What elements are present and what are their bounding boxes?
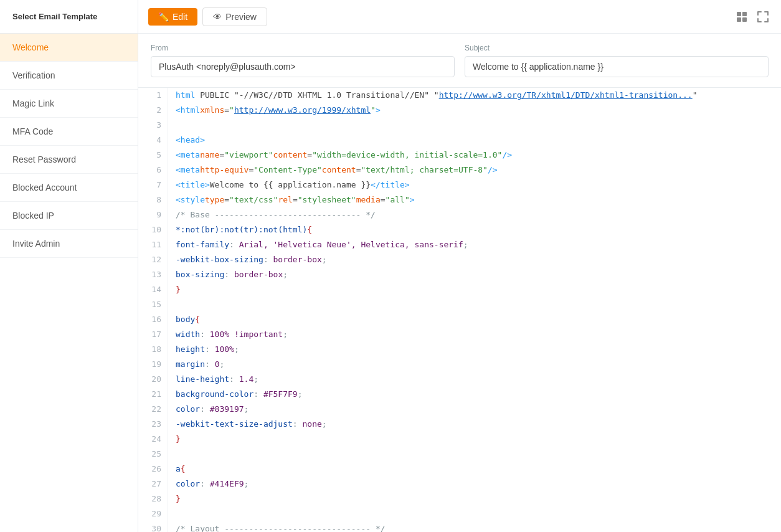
line-number: 17 (138, 327, 168, 342)
preview-tab[interactable]: 👁 Preview (202, 7, 267, 26)
line-number: 28 (138, 492, 168, 506)
line-number: 25 (138, 447, 168, 462)
from-label: From (151, 44, 455, 52)
code-line: } (176, 432, 781, 447)
subject-input[interactable] (465, 56, 769, 77)
code-line: box-sizing: border-box; (176, 267, 781, 282)
line-number: 13 (138, 267, 168, 282)
code-line: <style type="text/css" rel="stylesheet" … (176, 192, 781, 207)
code-line: color: #839197; (176, 402, 781, 417)
code-line: <html xmlns="http://www.w3.org/1999/xhtm… (176, 103, 781, 118)
code-line: <head> (176, 133, 781, 148)
grid-icon (736, 11, 747, 22)
code-line: margin: 0; (176, 357, 781, 372)
code-line: <meta name="viewport" content="width=dev… (176, 148, 781, 163)
line-number: 20 (138, 372, 168, 387)
svg-rect-1 (742, 12, 747, 16)
sidebar-title: Select Email Template (0, 0, 138, 34)
line-number: 6 (138, 163, 168, 178)
line-number: 2 (138, 103, 168, 118)
toolbar: ✏️ Edit 👁 Preview (138, 0, 781, 34)
sidebar: Select Email Template WelcomeVerificatio… (0, 0, 138, 532)
code-line (176, 118, 781, 133)
line-number: 9 (138, 207, 168, 222)
line-number: 15 (138, 297, 168, 312)
sidebar-item-welcome[interactable]: Welcome (0, 34, 138, 62)
subject-label: Subject (465, 44, 769, 52)
code-line: *:not(br):not(tr):not(html) { (176, 222, 781, 237)
line-numbers: 1234567891011121314151617181920212223242… (138, 88, 168, 532)
line-number: 23 (138, 417, 168, 432)
subject-field-group: Subject (465, 44, 769, 77)
code-line (176, 506, 781, 521)
line-number: 7 (138, 178, 168, 192)
sidebar-items: WelcomeVerificationMagic LinkMFA CodeRes… (0, 34, 138, 258)
code-line: a { (176, 462, 781, 477)
fullscreen-button[interactable] (755, 9, 771, 25)
sidebar-item-magic-link[interactable]: Magic Link (0, 90, 138, 118)
app-container: Select Email Template WelcomeVerificatio… (0, 0, 781, 532)
code-line (176, 297, 781, 312)
toolbar-actions (734, 9, 771, 25)
code-line: <title>Welcome to {{ application.name }}… (176, 178, 781, 192)
line-number: 18 (138, 342, 168, 357)
grid-view-button[interactable] (734, 9, 750, 25)
code-line: body { (176, 312, 781, 327)
code-content[interactable]: html PUBLIC "-//W3C//DTD XHTML 1.0 Trans… (168, 88, 781, 532)
code-line (176, 447, 781, 462)
code-line: } (176, 492, 781, 506)
code-line: height: 100%; (176, 342, 781, 357)
code-line: /* Base ------------------------------ *… (176, 207, 781, 222)
code-line: font-family: Arial, 'Helvetica Neue', He… (176, 237, 781, 252)
main-panel: ✏️ Edit 👁 Preview (138, 0, 781, 532)
line-number: 22 (138, 402, 168, 417)
fields-row: From Subject (138, 34, 781, 88)
line-number: 11 (138, 237, 168, 252)
edit-pencil-icon: ✏️ (158, 12, 169, 22)
edit-tab[interactable]: ✏️ Edit (148, 8, 197, 26)
svg-rect-3 (742, 17, 747, 22)
line-number: 30 (138, 521, 168, 532)
from-field-group: From (151, 44, 455, 77)
line-number: 14 (138, 282, 168, 297)
code-line: html PUBLIC "-//W3C//DTD XHTML 1.0 Trans… (176, 88, 781, 103)
toolbar-tabs: ✏️ Edit 👁 Preview (148, 7, 267, 26)
code-line: } (176, 282, 781, 297)
code-line: width: 100% !important; (176, 327, 781, 342)
line-number: 4 (138, 133, 168, 148)
svg-rect-0 (737, 12, 741, 16)
code-line: /* Layout ------------------------------… (176, 521, 781, 532)
line-number: 29 (138, 506, 168, 521)
line-number: 27 (138, 477, 168, 492)
line-number: 26 (138, 462, 168, 477)
code-line: -webkit-text-size-adjust: none; (176, 417, 781, 432)
line-number: 10 (138, 222, 168, 237)
code-line: line-height: 1.4; (176, 372, 781, 387)
code-line: -webkit-box-sizing: border-box; (176, 252, 781, 267)
line-number: 24 (138, 432, 168, 447)
line-number: 12 (138, 252, 168, 267)
preview-eye-icon: 👁 (213, 12, 222, 22)
line-number: 5 (138, 148, 168, 163)
line-number: 19 (138, 357, 168, 372)
line-number: 1 (138, 88, 168, 103)
sidebar-item-reset-password[interactable]: Reset Password (0, 146, 138, 174)
svg-rect-2 (737, 17, 741, 22)
code-line: background-color: #F5F7F9; (176, 387, 781, 402)
code-line: color: #414EF9; (176, 477, 781, 492)
from-input[interactable] (151, 56, 455, 77)
sidebar-item-blocked-account[interactable]: Blocked Account (0, 174, 138, 202)
line-number: 21 (138, 387, 168, 402)
code-editor[interactable]: 1234567891011121314151617181920212223242… (138, 88, 781, 532)
code-line: <meta http-equiv="Content-Type" content=… (176, 163, 781, 178)
sidebar-item-verification[interactable]: Verification (0, 62, 138, 90)
line-number: 3 (138, 118, 168, 133)
sidebar-item-invite-admin[interactable]: Invite Admin (0, 230, 138, 258)
sidebar-item-blocked-ip[interactable]: Blocked IP (0, 202, 138, 230)
line-number: 8 (138, 192, 168, 207)
line-number: 16 (138, 312, 168, 327)
fullscreen-icon (757, 11, 769, 22)
sidebar-item-mfa-code[interactable]: MFA Code (0, 118, 138, 146)
